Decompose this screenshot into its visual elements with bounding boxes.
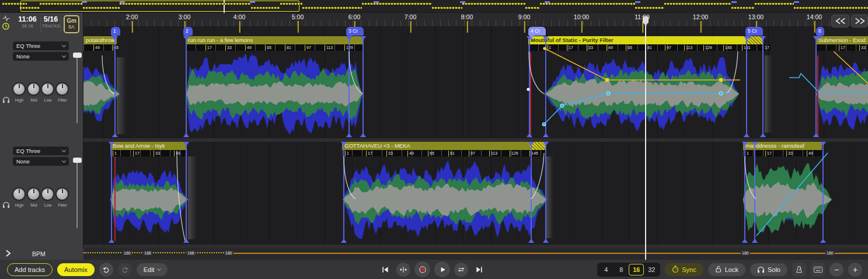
clip-boundary-line[interactable] [186, 36, 187, 137]
clip-boundary-line[interactable] [545, 36, 546, 137]
overview-viewport[interactable] [20, 1, 299, 12]
redo-button[interactable] [118, 263, 132, 277]
clip-boundary-line[interactable] [529, 36, 530, 137]
filter-knob[interactable] [57, 189, 68, 200]
clip-boundary-line[interactable] [531, 142, 532, 242]
zoom-level-8[interactable]: 8 [613, 264, 629, 275]
fx-select[interactable]: None [13, 157, 69, 166]
lock-button[interactable]: Lock [708, 263, 745, 276]
high-knob[interactable] [13, 83, 25, 95]
clip-boundary-line[interactable] [822, 142, 824, 242]
clip-boundary-handle-top[interactable] [820, 142, 826, 146]
record-button[interactable] [414, 261, 430, 277]
clip-boundary-line[interactable] [545, 142, 546, 242]
mix-marker-flag[interactable]: 6 [816, 27, 824, 36]
mix-marker-flag[interactable]: 2 [183, 27, 193, 36]
clip-boundary-handle-bottom[interactable] [742, 239, 748, 243]
play-button[interactable] [434, 261, 450, 277]
clip-boundary-line[interactable] [114, 36, 116, 137]
clip-title[interactable]: Mouthful of Static - Purity Filter [528, 36, 745, 44]
volume-slider-handle[interactable] [73, 53, 82, 58]
volume-slider-handle[interactable] [73, 158, 82, 163]
volume-slider-track[interactable] [76, 56, 78, 123]
clip-boundary-handle-bottom[interactable] [760, 133, 766, 137]
clip-title[interactable]: GOTTAHAVEU <3 - MEKA [342, 142, 530, 150]
clip-boundary-handle-top[interactable] [752, 142, 758, 146]
clip-boundary-line[interactable] [746, 36, 747, 137]
clip-boundary-handle-bottom[interactable] [528, 239, 534, 243]
headphones-icon[interactable] [2, 201, 10, 208]
clip-title[interactable]: Bow and Arrow - Isyti [110, 142, 186, 150]
clip-boundary-handle-bottom[interactable] [744, 133, 750, 137]
clip-boundary-line[interactable] [815, 36, 817, 137]
clip-boundary-handle-bottom[interactable] [820, 239, 826, 243]
clip-boundary-handle-bottom[interactable] [752, 239, 758, 243]
fast-forward-button[interactable] [851, 15, 868, 27]
zoom-in-button[interactable]: + [848, 263, 862, 277]
metronome-button[interactable] [792, 263, 806, 277]
bpm-value-marker[interactable]: 160 [123, 250, 132, 256]
bpm-value-marker[interactable]: 180 [741, 250, 750, 256]
zoom-level-32[interactable]: 32 [644, 264, 659, 275]
clip-boundary-handle-top[interactable] [360, 36, 366, 40]
timeline-ruler[interactable]: 1:002:003:004:005:006:007:008:009:0010:0… [0, 13, 868, 26]
skip-to-end-button[interactable] [472, 263, 486, 277]
clip-title[interactable]: run run run - a few lemons [186, 36, 363, 44]
clip-boundary-handle-bottom[interactable] [183, 239, 189, 243]
eq-select[interactable]: EQ Three [13, 41, 69, 50]
filter-knob[interactable] [57, 83, 68, 95]
clip-boundary-handle-bottom[interactable] [109, 239, 114, 243]
bpm-lane-header[interactable]: BPM [0, 248, 83, 260]
split-button[interactable] [396, 263, 410, 277]
playhead-line[interactable] [645, 16, 646, 260]
clip-boundary-handle-bottom[interactable] [813, 133, 819, 137]
clip-boundary-handle-bottom[interactable] [543, 133, 549, 137]
clip-boundary-line[interactable] [348, 36, 350, 137]
playhead-handle[interactable] [643, 16, 649, 23]
keyboard-shortcuts-button[interactable] [811, 263, 825, 277]
headphones-icon[interactable] [2, 96, 10, 103]
sync-button[interactable]: Sync [665, 263, 703, 276]
clip-boundary-line[interactable] [762, 36, 764, 137]
mix-marker-flag[interactable]: 5 Cr [745, 27, 763, 36]
edit-menu-button[interactable]: Edit [137, 263, 168, 276]
clip-boundary-handle-top[interactable] [760, 36, 766, 40]
mid-knob[interactable] [28, 83, 39, 95]
waveform[interactable] [343, 156, 547, 243]
low-knob[interactable] [42, 189, 53, 200]
clip-boundary-line[interactable] [754, 142, 755, 242]
eq-select[interactable]: EQ Three [13, 147, 69, 155]
high-knob[interactable] [13, 189, 25, 200]
add-tracks-button[interactable]: Add tracks [7, 263, 53, 276]
clip-boundary-line[interactable] [744, 142, 745, 242]
waveform[interactable] [110, 156, 188, 243]
waveform[interactable] [817, 50, 868, 138]
clip-boundary-handle-bottom[interactable] [360, 133, 366, 137]
clip-boundary-handle-bottom[interactable] [341, 239, 347, 243]
bpm-value-marker[interactable]: 180 [224, 250, 233, 256]
waveform[interactable] [545, 50, 739, 138]
mix-marker-flag[interactable]: 3 Cr [346, 27, 364, 36]
key-badge[interactable]: Gm 6A [64, 15, 79, 33]
waveform[interactable] [743, 156, 832, 243]
clip-boundary-handle-top[interactable] [543, 36, 549, 40]
skip-to-start-button[interactable] [378, 263, 392, 277]
chevron-right-icon[interactable] [6, 250, 11, 257]
loop-button[interactable] [454, 263, 468, 277]
rewind-button[interactable] [831, 15, 849, 27]
clip-boundary-handle-top[interactable] [341, 142, 347, 146]
mid-knob[interactable] [28, 189, 39, 200]
clip-boundary-line[interactable] [343, 142, 344, 242]
zoom-level-16[interactable]: 16 [629, 264, 644, 275]
undo-button[interactable] [99, 263, 113, 277]
overview-playhead[interactable] [224, 0, 225, 13]
clip-boundary-handle-bottom[interactable] [527, 133, 532, 137]
clip-boundary-handle-top[interactable] [742, 142, 748, 146]
clip-boundary-handle-top[interactable] [543, 142, 549, 146]
mix-marker-flag[interactable]: 1 [111, 27, 120, 36]
solo-button[interactable]: Solo [750, 263, 787, 276]
clip-boundary-handle-top[interactable] [183, 142, 189, 146]
clip-boundary-line[interactable] [362, 36, 364, 137]
low-knob[interactable] [42, 83, 53, 95]
waveform[interactable] [186, 50, 362, 138]
